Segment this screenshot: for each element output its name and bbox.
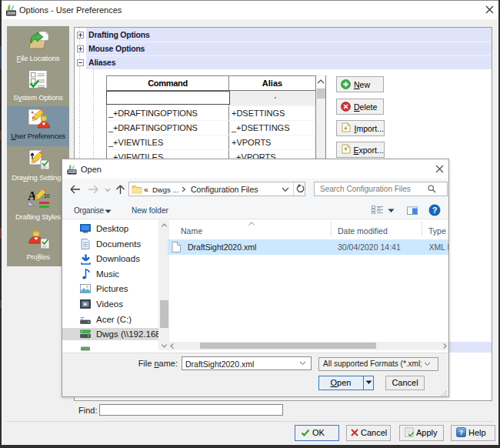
svg-text:2020: 2020	[68, 169, 76, 174]
svg-text:2020: 2020	[7, 11, 15, 15]
svg-text:?: ?	[459, 428, 464, 436]
svg-text:?: ?	[432, 206, 438, 215]
